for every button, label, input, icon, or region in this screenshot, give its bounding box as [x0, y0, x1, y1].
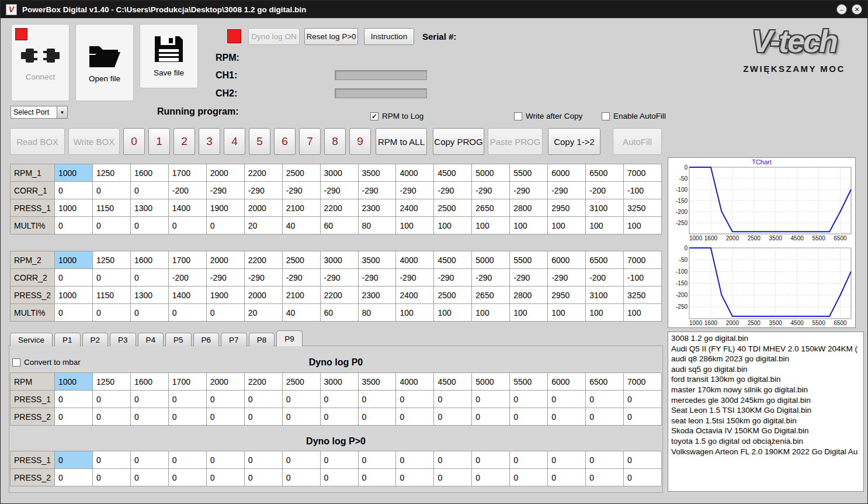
- table-cell[interactable]: 0: [624, 391, 662, 408]
- table-cell[interactable]: 3100: [586, 286, 624, 304]
- table-cell[interactable]: -290: [434, 182, 472, 199]
- table-cell[interactable]: -200: [586, 182, 624, 199]
- table-cell[interactable]: 3250: [624, 199, 662, 217]
- table-cell[interactable]: 0: [55, 469, 93, 486]
- table-cell[interactable]: 80: [358, 217, 396, 234]
- table-cell[interactable]: 100: [586, 304, 624, 322]
- table-cell[interactable]: -290: [358, 269, 396, 286]
- table-cell[interactable]: 100: [548, 304, 586, 322]
- table-cell[interactable]: 0: [510, 451, 548, 469]
- table-cell[interactable]: 1900: [206, 199, 244, 217]
- table-cell[interactable]: 0: [434, 408, 472, 426]
- table-cell[interactable]: 100: [472, 217, 510, 234]
- file-list-item[interactable]: Volkswagen Arteon FL 2.0 190KM 2022 Go D…: [671, 447, 860, 457]
- table-cell[interactable]: 3500: [358, 373, 396, 391]
- table-cell[interactable]: 1300: [130, 286, 168, 304]
- table-cell[interactable]: 2500: [434, 286, 472, 304]
- table-cell[interactable]: 5500: [510, 164, 548, 182]
- table-cell[interactable]: 0: [130, 182, 168, 199]
- table-cell[interactable]: 1400: [168, 286, 206, 304]
- table-cell[interactable]: 100: [624, 217, 662, 234]
- table-cell[interactable]: 100: [510, 217, 548, 234]
- table-cell[interactable]: 0: [244, 391, 282, 408]
- table-cell[interactable]: 2100: [282, 199, 320, 217]
- file-list-item[interactable]: audi sq5 go digital.bin: [671, 364, 860, 375]
- file-list-item[interactable]: Audi Q5 II (FY FL) 40 TDI MHEV 2.0 150kW…: [671, 344, 860, 354]
- table-cell[interactable]: 0: [510, 408, 548, 426]
- table-cell[interactable]: -200: [168, 182, 206, 199]
- table-cell[interactable]: 0: [168, 469, 206, 486]
- table-cell[interactable]: -200: [168, 269, 206, 286]
- table-cell[interactable]: 0: [396, 408, 434, 426]
- port-select[interactable]: Select Port ▼: [11, 106, 68, 119]
- table-cell[interactable]: 1900: [206, 286, 244, 304]
- table-cell[interactable]: 0: [472, 451, 510, 469]
- tab-p8[interactable]: P8: [249, 333, 275, 346]
- table-cell[interactable]: 1000: [55, 199, 93, 217]
- file-list-item[interactable]: Skoda Octavia IV 150KM Go Digital.bin: [671, 426, 860, 436]
- table-cell[interactable]: 5000: [472, 164, 510, 182]
- table-cell[interactable]: 3000: [320, 251, 358, 269]
- table-cell[interactable]: 0: [92, 182, 130, 199]
- table-cell[interactable]: 2650: [472, 199, 510, 217]
- rpm-to-log-checkbox[interactable]: ✓ RPM to Log: [370, 112, 423, 120]
- table-cell[interactable]: 2000: [206, 164, 244, 182]
- table-cell[interactable]: 6000: [548, 164, 586, 182]
- table-cell[interactable]: -290: [396, 269, 434, 286]
- table-cell[interactable]: -290: [510, 182, 548, 199]
- table-cell[interactable]: 0: [55, 391, 93, 408]
- table-cell[interactable]: 2100: [282, 286, 320, 304]
- table-cell[interactable]: 0: [168, 391, 206, 408]
- table-cell[interactable]: 6000: [548, 373, 586, 391]
- table-cell[interactable]: 0: [244, 408, 282, 426]
- table-cell[interactable]: 0: [55, 269, 93, 286]
- table-cell[interactable]: 0: [396, 391, 434, 408]
- table-cell[interactable]: -290: [472, 269, 510, 286]
- table-cell[interactable]: 2000: [206, 373, 244, 391]
- program-button-8[interactable]: 8: [324, 128, 346, 155]
- table-cell[interactable]: 0: [206, 469, 244, 486]
- file-list-item[interactable]: 3008 1.2 go digital.bin: [671, 333, 860, 344]
- table-cell[interactable]: 0: [55, 217, 93, 234]
- table-cell[interactable]: 0: [282, 469, 320, 486]
- table-cell[interactable]: 0: [396, 451, 434, 469]
- table-cell[interactable]: 0: [320, 469, 358, 486]
- table-cell[interactable]: 100: [396, 217, 434, 234]
- table-cell[interactable]: 100: [510, 304, 548, 322]
- table-cell[interactable]: 4500: [434, 373, 472, 391]
- table-cell[interactable]: 2000: [244, 286, 282, 304]
- table-cell[interactable]: 0: [358, 408, 396, 426]
- table-cell[interactable]: 3250: [624, 286, 662, 304]
- table-cell[interactable]: 0: [92, 408, 130, 426]
- table-cell[interactable]: 0: [624, 408, 662, 426]
- table-cell[interactable]: 0: [92, 451, 130, 469]
- table-cell[interactable]: 0: [586, 451, 624, 469]
- table-cell[interactable]: 3100: [586, 199, 624, 217]
- table-cell[interactable]: 100: [586, 217, 624, 234]
- close-button[interactable]: ✕: [852, 4, 862, 15]
- table-cell[interactable]: 2300: [358, 286, 396, 304]
- checkbox-icon[interactable]: [602, 112, 610, 120]
- minimize-button[interactable]: –: [836, 4, 847, 15]
- table-cell[interactable]: 0: [168, 408, 206, 426]
- table-cell[interactable]: 0: [206, 408, 244, 426]
- table-cell[interactable]: 1700: [168, 251, 206, 269]
- table-cell[interactable]: 0: [92, 391, 130, 408]
- table-cell[interactable]: 0: [55, 451, 93, 469]
- table-cell[interactable]: 1250: [92, 373, 130, 391]
- file-list[interactable]: 3008 1.2 go digital.binAudi Q5 II (FY FL…: [668, 332, 864, 492]
- table-cell[interactable]: 0: [130, 269, 168, 286]
- table-cell[interactable]: 2200: [244, 251, 282, 269]
- table-cell[interactable]: 2500: [282, 251, 320, 269]
- table-cell[interactable]: 2000: [244, 199, 282, 217]
- table-cell[interactable]: 1250: [92, 164, 130, 182]
- table-cell[interactable]: 0: [434, 451, 472, 469]
- program-button-7[interactable]: 7: [299, 128, 321, 155]
- table-cell[interactable]: 1000: [55, 373, 93, 391]
- reset-log-button[interactable]: Reset log P>0: [304, 28, 358, 45]
- table-cell[interactable]: 100: [434, 217, 472, 234]
- program-button-3[interactable]: 3: [199, 128, 220, 155]
- table-cell[interactable]: -290: [206, 182, 244, 199]
- table-cell[interactable]: 100: [434, 304, 472, 322]
- table-cell[interactable]: 1150: [92, 199, 130, 217]
